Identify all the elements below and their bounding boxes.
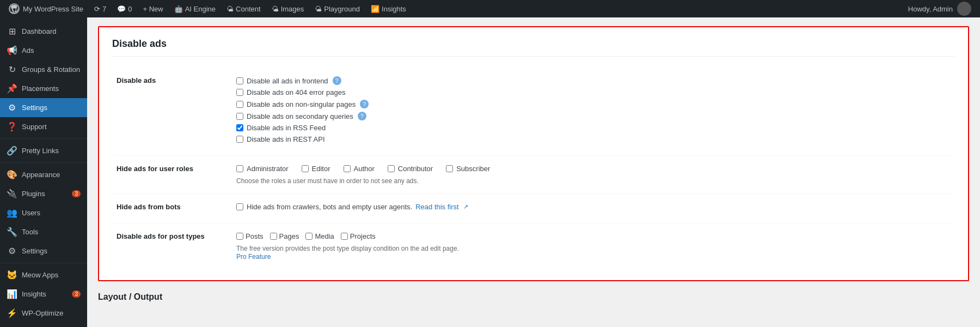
sidebar-item-ads[interactable]: 📢 Ads [0,41,87,60]
checkbox-role-contributor[interactable] [388,165,395,172]
post-type-projects-label[interactable]: Projects [350,232,376,240]
role-contributor-label[interactable]: Contributor [398,165,433,173]
sidebar-item-users[interactable]: 👥 Users [0,203,87,222]
checkbox-404[interactable] [236,89,243,96]
checkbox-rest-label[interactable]: Disable ads in REST API [247,135,325,143]
admin-bar: My WordPress Site ⟳ 7 💬 0 + New 🤖 AI Eng… [0,0,980,17]
external-link-icon: ↗ [463,203,468,210]
checkbox-role-author[interactable] [344,165,351,172]
adminbar-new[interactable]: + New [138,0,167,17]
checkbox-role-subscriber[interactable] [446,165,453,172]
sidebar-item-tools[interactable]: 🔧 Tools [0,222,87,241]
adminbar-comments[interactable]: 💬 0 [113,0,136,17]
sidebar-item-groups-rotation[interactable]: ↻ Groups & Rotation [0,60,87,79]
role-editor-label[interactable]: Editor [312,165,330,173]
role-admin-label[interactable]: Administrator [247,165,289,173]
checkbox-secondary-label[interactable]: Disable ads on secondary queries [247,112,353,120]
checkbox-role-admin[interactable] [236,165,243,172]
role-item-subscriber: Subscriber [446,165,490,173]
disable-ads-row-label: Disable ads [112,68,232,156]
content-icon: 🌤 [226,5,234,13]
post-type-media-label[interactable]: Media [315,232,334,240]
adminbar-images[interactable]: 🌤 Images [267,0,309,17]
help-icon-frontend[interactable]: ? [333,76,341,85]
adminbar-updates[interactable]: ⟳ 7 [90,0,111,17]
pro-feature-link[interactable]: Pro Feature [236,253,271,261]
sidebar-item-label: WP-Optimize [22,309,64,317]
checkbox-404-label[interactable]: Disable ads on 404 error pages [247,88,345,96]
adminbar-ai-engine[interactable]: 🤖 AI Engine [170,0,220,17]
sidebar-item-label: Ads [22,46,34,55]
adminbar-playground[interactable]: 🌤 Playground [310,0,364,17]
checkbox-row-bots: Hide ads from crawlers, bots and empty u… [236,203,951,211]
checkbox-bots-label[interactable]: Hide ads from crawlers, bots and empty u… [247,203,412,211]
post-types-row-content: Posts Pages Media [236,232,951,240]
sidebar-item-label: Insights [22,290,46,298]
hide-bots-row: Hide ads from bots Hide ads from crawler… [112,194,955,223]
sidebar-separator-1 [0,138,87,139]
adminbar-insights[interactable]: 📶 Insights [366,0,411,17]
main-content: Disable ads Disable ads Disable all ads … [87,17,980,327]
checkbox-non-singular[interactable] [236,101,243,108]
settings-table: Disable ads Disable all ads in frontend … [112,68,955,269]
checkbox-rss-label[interactable]: Disable ads in RSS Feed [247,124,326,132]
post-type-pages-label[interactable]: Pages [279,232,299,240]
sidebar-separator-2 [0,162,87,163]
sidebar-item-support[interactable]: ❓ Support [0,117,87,136]
checkbox-secondary[interactable] [236,113,243,120]
role-subscriber-label[interactable]: Subscriber [456,165,490,173]
sidebar-item-settings[interactable]: ⚙ Settings [0,98,87,117]
adminbar-content[interactable]: 🌤 Content [222,0,265,17]
appearance-icon: 🎨 [7,169,17,180]
checkbox-post-type-posts[interactable] [236,233,243,240]
checkbox-rss[interactable] [236,124,243,131]
sidebar-item-plugins[interactable]: 🔌 Plugins 3 [0,184,87,203]
checkbox-row-non-singular: Disable ads on non-singular pages ? [236,100,951,108]
insights-badge: 3 [72,290,81,298]
checkbox-post-type-media[interactable] [305,233,313,240]
disable-ads-title: Disable ads [112,38,955,57]
read-first-link[interactable]: Read this first [415,203,458,211]
adminbar-howdy[interactable]: Howdy, Admin [904,0,976,17]
sidebar-item-divi[interactable]: ◆ Divi [0,323,87,327]
checkbox-row-secondary: Disable ads on secondary queries ? [236,112,951,120]
post-type-projects: Projects [341,232,376,240]
placements-icon: 📌 [7,83,17,94]
sidebar-item-dashboard[interactable]: ⊞ Dashboard [0,22,87,41]
howdy-text: Howdy, Admin [908,5,953,13]
adminbar-site[interactable]: My WordPress Site [4,0,88,17]
checkbox-row-frontend: Disable all ads in frontend ? [236,76,951,85]
sidebar-item-meow-apps[interactable]: 🐱 Meow Apps [0,265,87,284]
hide-user-roles-label: Hide ads for user roles [112,156,232,194]
insights-bar-icon: 📶 [371,5,379,13]
sidebar-item-label: Support [22,123,47,131]
help-icon-secondary[interactable]: ? [358,112,366,120]
sidebar-item-insights[interactable]: 📊 Insights 3 [0,284,87,304]
checkbox-frontend-label[interactable]: Disable all ads in frontend [247,77,328,85]
role-author-label[interactable]: Author [354,165,375,173]
disable-ads-row: Disable ads Disable all ads in frontend … [112,68,955,156]
sidebar-item-placements[interactable]: 📌 Placements [0,79,87,98]
dashboard-icon: ⊞ [7,26,17,37]
checkbox-rest[interactable] [236,136,243,143]
pretty-links-icon: 🔗 [7,146,17,156]
roles-row: Administrator Editor Author [236,165,951,173]
sidebar-item-appearance[interactable]: 🎨 Appearance [0,165,87,184]
disable-ads-section: Disable ads Disable ads Disable all ads … [98,26,969,281]
role-item-author: Author [344,165,375,173]
new-label: + New [143,5,163,13]
checkbox-frontend[interactable] [236,77,243,84]
sidebar-item-pretty-links[interactable]: 🔗 Pretty Links [0,141,87,160]
checkbox-non-singular-label[interactable]: Disable ads on non-singular pages [247,100,356,108]
checkbox-role-editor[interactable] [302,165,309,172]
help-icon-non-singular[interactable]: ? [360,100,369,108]
sidebar-item-label: Pretty Links [22,147,59,155]
hide-user-roles-row: Hide ads for user roles Administrator Ed… [112,156,955,194]
sidebar-item-wp-optimize[interactable]: ⚡ WP-Optimize [0,304,87,323]
sidebar-item-settings2[interactable]: ⚙ Settings [0,241,87,261]
checkbox-bots[interactable] [236,203,243,210]
playground-icon: 🌤 [315,5,322,13]
checkbox-post-type-pages[interactable] [270,233,277,240]
checkbox-post-type-projects[interactable] [341,233,348,240]
post-type-posts-label[interactable]: Posts [246,232,264,240]
